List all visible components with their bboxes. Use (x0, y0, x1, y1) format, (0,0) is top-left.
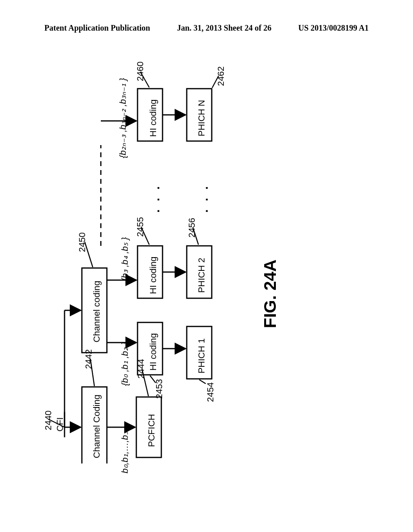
ref-2460: 2460 (135, 59, 146, 83)
header-right: US 2013/0028199 A1 (298, 23, 369, 33)
ref-2453: 2453 (154, 377, 165, 401)
cfi-label: CFI (55, 414, 65, 434)
ref-2456: 2456 (187, 216, 197, 240)
hi-coding-2: HI coding (148, 251, 159, 299)
channel-coding-left: Channel Coding (92, 390, 102, 463)
ellipsis-1: . . . (148, 182, 162, 214)
svg-line-19 (199, 380, 206, 384)
ref-2442: 2442 (83, 347, 94, 371)
ref-2455: 2455 (135, 215, 146, 239)
bits-345: {b₃ ,b₄ ,b₅ } (120, 231, 130, 287)
ellipsis-2: . . . (197, 182, 211, 214)
channel-coding-right: Channel coding (92, 275, 102, 348)
hi-coding-n: HI coding (148, 94, 159, 142)
phich-n: PHICH N (196, 94, 207, 142)
ref-2454: 2454 (205, 380, 216, 404)
ref-2440: 2440 (43, 408, 54, 432)
figure-title: FIG. 24A (261, 245, 280, 342)
header-center: Jan. 31, 2013 Sheet 24 of 26 (177, 23, 271, 33)
header-left: Patent Application Publication (44, 23, 150, 33)
hi-coding-1: HI coding (148, 328, 159, 376)
pcfich: PCFICH (146, 406, 157, 455)
phich-2: PHICH 2 (196, 251, 207, 299)
bits-31: b₀,b₁,…,b₃₁ (120, 422, 130, 479)
ref-2444: 2444 (136, 357, 146, 381)
page-header: Patent Application Publication Jan. 31, … (0, 23, 413, 33)
bits-012: {b₀ ,b₁ ,b₂ } (120, 336, 130, 392)
bits-n: {b₂ₙ₋₃ ,b₃ₙ₋₂ ,b₃ₙ₋₁ } (118, 72, 128, 164)
ref-2462: 2462 (216, 64, 226, 88)
phich-1: PHICH 1 (196, 332, 207, 380)
ref-2450: 2450 (77, 230, 88, 254)
diagram: 2440 2442 2444 2450 2453 2454 2455 2456 … (44, 60, 363, 463)
